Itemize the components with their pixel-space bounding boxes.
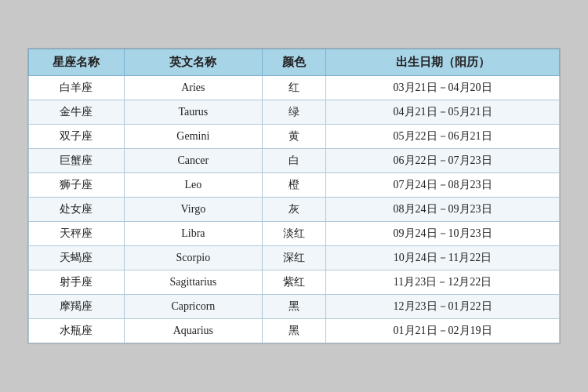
table-row: 水瓶座Aquarius黑01月21日－02月19日: [29, 319, 560, 343]
table-row: 双子座Gemini黄05月22日－06月21日: [29, 125, 560, 149]
header-date: 出生日期（阳历）: [326, 49, 560, 76]
cell-color: 黑: [262, 295, 325, 319]
header-color: 颜色: [262, 49, 325, 76]
cell-english: Aries: [124, 76, 262, 100]
table-row: 白羊座Aries红03月21日－04月20日: [29, 76, 560, 100]
cell-chinese: 处女座: [29, 198, 125, 222]
cell-english: Scorpio: [124, 246, 262, 270]
cell-date: 03月21日－04月20日: [326, 76, 560, 100]
cell-date: 01月21日－02月19日: [326, 319, 560, 343]
cell-english: Libra: [124, 222, 262, 246]
cell-chinese: 巨蟹座: [29, 149, 125, 173]
cell-color: 淡红: [262, 222, 325, 246]
cell-chinese: 双子座: [29, 125, 125, 149]
cell-english: Taurus: [124, 100, 262, 125]
table-header-row: 星座名称 英文名称 颜色 出生日期（阳历）: [29, 49, 560, 76]
table-row: 金牛座Taurus绿04月21日－05月21日: [29, 100, 560, 125]
cell-color: 橙: [262, 173, 325, 198]
cell-color: 红: [262, 76, 325, 100]
cell-chinese: 天蝎座: [29, 246, 125, 270]
cell-color: 深红: [262, 246, 325, 270]
cell-chinese: 射手座: [29, 270, 125, 295]
cell-date: 12月23日－01月22日: [326, 295, 560, 319]
cell-chinese: 白羊座: [29, 76, 125, 100]
cell-date: 06月22日－07月23日: [326, 149, 560, 173]
cell-date: 08月24日－09月23日: [326, 198, 560, 222]
cell-english: Aquarius: [124, 319, 262, 343]
cell-english: Virgo: [124, 198, 262, 222]
zodiac-table: 星座名称 英文名称 颜色 出生日期（阳历） 白羊座Aries红03月21日－04…: [28, 49, 560, 343]
cell-color: 白: [262, 149, 325, 173]
cell-date: 04月21日－05月21日: [326, 100, 560, 125]
header-chinese: 星座名称: [29, 49, 125, 76]
cell-chinese: 天秤座: [29, 222, 125, 246]
cell-color: 黑: [262, 319, 325, 343]
cell-english: Cancer: [124, 149, 262, 173]
header-english: 英文名称: [124, 49, 262, 76]
table-row: 处女座Virgo灰08月24日－09月23日: [29, 198, 560, 222]
cell-color: 绿: [262, 100, 325, 125]
cell-chinese: 水瓶座: [29, 319, 125, 343]
cell-english: Leo: [124, 173, 262, 198]
cell-chinese: 狮子座: [29, 173, 125, 198]
cell-english: Gemini: [124, 125, 262, 149]
cell-english: Sagittarius: [124, 270, 262, 295]
table-row: 摩羯座Capricorn黑12月23日－01月22日: [29, 295, 560, 319]
cell-color: 灰: [262, 198, 325, 222]
table-row: 天秤座Libra淡红09月24日－10月23日: [29, 222, 560, 246]
cell-color: 紫红: [262, 270, 325, 295]
cell-english: Capricorn: [124, 295, 262, 319]
table-row: 巨蟹座Cancer白06月22日－07月23日: [29, 149, 560, 173]
cell-date: 11月23日－12月22日: [326, 270, 560, 295]
cell-chinese: 摩羯座: [29, 295, 125, 319]
zodiac-table-container: 星座名称 英文名称 颜色 出生日期（阳历） 白羊座Aries红03月21日－04…: [27, 48, 561, 344]
cell-chinese: 金牛座: [29, 100, 125, 125]
cell-date: 07月24日－08月23日: [326, 173, 560, 198]
cell-date: 10月24日－11月22日: [326, 246, 560, 270]
table-row: 狮子座Leo橙07月24日－08月23日: [29, 173, 560, 198]
table-row: 射手座Sagittarius紫红11月23日－12月22日: [29, 270, 560, 295]
cell-color: 黄: [262, 125, 325, 149]
table-row: 天蝎座Scorpio深红10月24日－11月22日: [29, 246, 560, 270]
cell-date: 05月22日－06月21日: [326, 125, 560, 149]
cell-date: 09月24日－10月23日: [326, 222, 560, 246]
